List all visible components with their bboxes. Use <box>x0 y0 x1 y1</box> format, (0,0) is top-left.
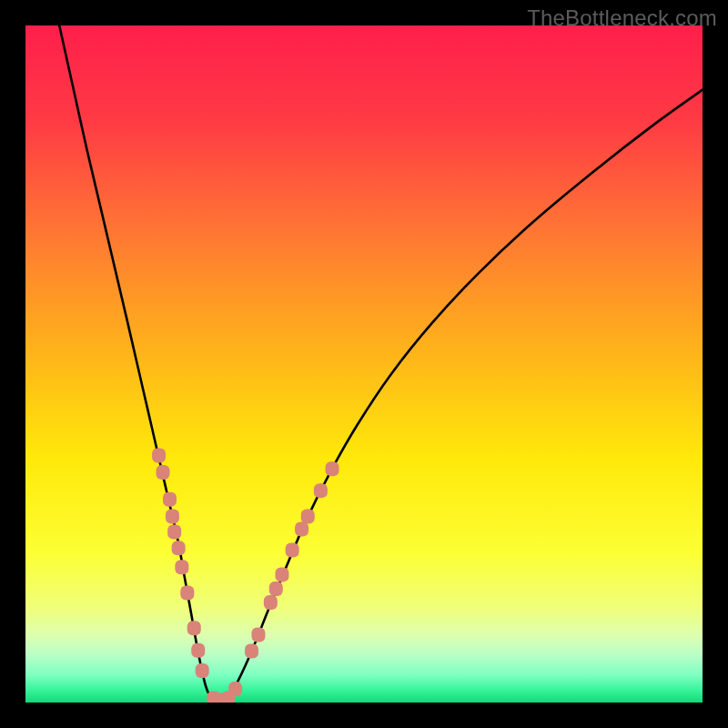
marker <box>264 595 278 610</box>
bottleneck-curve <box>59 25 703 703</box>
marker <box>251 628 265 642</box>
marker <box>163 492 177 507</box>
marker <box>180 585 194 600</box>
marker <box>228 682 242 696</box>
curve-layer <box>25 25 703 703</box>
marker <box>295 522 308 537</box>
frame: TheBottleneck.com <box>0 0 728 728</box>
marker <box>167 525 181 540</box>
marker <box>157 465 170 480</box>
marker <box>314 483 328 498</box>
marker <box>269 581 283 596</box>
marker <box>175 560 188 574</box>
marker <box>326 461 339 476</box>
marker <box>172 541 186 555</box>
marker <box>152 448 166 462</box>
marker <box>196 663 209 678</box>
watermark-text: TheBottleneck.com <box>527 5 717 31</box>
marker <box>191 643 205 658</box>
marker <box>301 509 315 523</box>
marker <box>286 543 299 558</box>
plot-area <box>25 25 703 703</box>
marker <box>245 643 258 658</box>
marker <box>187 621 201 635</box>
marker <box>275 567 288 581</box>
marker <box>166 509 179 523</box>
